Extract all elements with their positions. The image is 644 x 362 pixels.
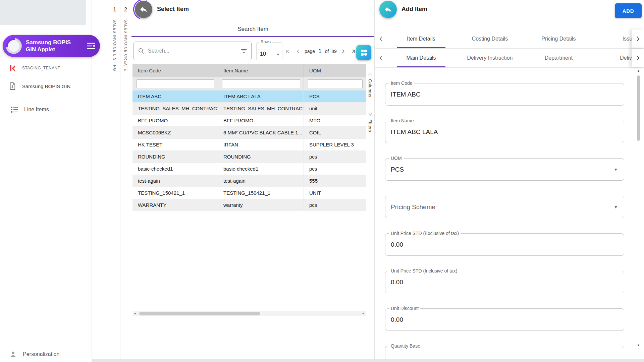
scroll-right-icon[interactable]: ► bbox=[362, 312, 365, 315]
tab-item-details[interactable]: Item Details bbox=[387, 29, 455, 48]
tabs-scroll-right-icon[interactable] bbox=[632, 49, 644, 67]
tenant-logo-icon bbox=[8, 64, 17, 72]
field-value: 0.00 bbox=[391, 316, 403, 323]
tab-main-details[interactable]: Main Details bbox=[387, 49, 455, 67]
field-unit-price-std-exclusive-of-tax-[interactable]: Unit Price STD (Exclusive of tax) 0.00 bbox=[385, 233, 624, 256]
table-row[interactable]: TESTING_150421_1 TESTING_150421_1 UNIT bbox=[132, 187, 366, 199]
add-item-form: Item Code ITEM ABC Item Name ITEM ABC LA… bbox=[385, 83, 624, 362]
table-row[interactable]: HK TESET IRFAN SUPPLER LEVEL 3 bbox=[132, 139, 366, 151]
invoice-document-icon: $ bbox=[8, 82, 17, 90]
add-button[interactable]: ADD bbox=[615, 3, 642, 18]
filter-input-item-name[interactable] bbox=[222, 79, 300, 88]
table-side-tools: Columns Filters bbox=[366, 64, 374, 312]
workflow-tab-number: 2 bbox=[120, 7, 131, 13]
horizontal-scrollbar[interactable]: ◄ ► bbox=[132, 311, 366, 316]
filter-input-uom[interactable] bbox=[308, 79, 363, 88]
workflow-tab-sales-invoice-listing[interactable]: 1 SALES INVOICE LISTING bbox=[109, 0, 120, 362]
sidebar-item-personalization[interactable]: Personalization bbox=[9, 350, 59, 359]
first-page-button[interactable] bbox=[283, 47, 292, 56]
scroll-up-icon[interactable]: ▲ bbox=[636, 69, 641, 72]
table-row[interactable]: basic-checked1 basic-checked1 pcs bbox=[132, 163, 366, 175]
sidebar-item-tenant[interactable]: STAGING_TENANT bbox=[8, 64, 60, 72]
panel-title: Select Item bbox=[157, 6, 189, 13]
workflow-tab-sales-invoice-create[interactable]: 2 SALES INVOICE CREATE bbox=[120, 0, 131, 362]
columns-tool[interactable]: Columns bbox=[366, 72, 374, 97]
tabs-scroll-left-icon[interactable] bbox=[375, 49, 387, 67]
cell-item-name: 6 MM² CU/PVC BLACK CABLE 1... bbox=[218, 127, 304, 138]
field-value: ITEM ABC LALA bbox=[391, 128, 438, 136]
cell-uom: pcs bbox=[304, 163, 366, 175]
tab-search-item[interactable]: Search Item bbox=[131, 22, 374, 37]
cell-uom: COIL bbox=[304, 127, 366, 138]
chevron-down-icon: ▼ bbox=[614, 167, 618, 172]
table-row[interactable]: BFF PROMO BFF PROMO MTO bbox=[132, 115, 366, 127]
scroll-left-icon[interactable]: ◄ bbox=[133, 312, 137, 315]
current-page: 1 bbox=[318, 48, 321, 55]
cell-item-code: MCSC006BKZ bbox=[132, 127, 218, 138]
grid-view-button[interactable] bbox=[356, 45, 371, 60]
search-input[interactable] bbox=[148, 48, 237, 54]
sidebar-item-label: Samsung BOPIS GIN bbox=[22, 83, 70, 89]
back-button[interactable] bbox=[379, 1, 397, 18]
field-label: UOM bbox=[389, 156, 404, 161]
applet-title: Samsung BOPIS GIN Applet bbox=[26, 39, 76, 53]
scroll-down-icon[interactable]: ▼ bbox=[636, 344, 641, 347]
applet-logo-icon bbox=[5, 37, 22, 55]
field-pricing-scheme[interactable]: Pricing Scheme ▼ bbox=[385, 196, 624, 218]
vertical-scrollbar[interactable]: ▲ ▼ bbox=[636, 69, 641, 348]
item-table: Item Code Item Name UOM ITEM ABC ITEM AB… bbox=[132, 64, 366, 211]
tab-delivery-instruction[interactable]: Delivery Instruction bbox=[455, 49, 524, 67]
screen: STAGING_TENANT $ Samsung BOPIS GIN Line … bbox=[0, 0, 644, 362]
column-header-item-name: Item Name bbox=[218, 64, 304, 77]
grid-icon bbox=[360, 49, 368, 57]
columns-label: Columns bbox=[368, 79, 373, 97]
cell-item-code: TESTING_150421_1 bbox=[132, 187, 218, 199]
tab-pricing-details[interactable]: Pricing Details bbox=[524, 29, 593, 48]
workflow-tabs: 1 SALES INVOICE LISTING 2 SALES INVOICE … bbox=[109, 0, 131, 362]
tab-delive[interactable]: Delive bbox=[593, 49, 632, 67]
horizontal-scrollbar-thumb[interactable] bbox=[139, 312, 260, 315]
bottom-scrollbar[interactable] bbox=[92, 359, 644, 362]
filter-input-item-code[interactable] bbox=[137, 79, 214, 88]
cell-item-name: TESTING_SALES_MH_CONTRACT bbox=[218, 103, 304, 114]
filters-tool[interactable]: Filters bbox=[366, 112, 374, 132]
table-row[interactable]: TESTING_SALES_MH_CONTRACT TESTING_SALES_… bbox=[132, 103, 366, 115]
pagination: page 1 of 89 bbox=[283, 42, 358, 60]
table-row[interactable]: test-again test-again 555 bbox=[132, 175, 366, 187]
table-row[interactable]: ROUNDING ROUNDING pcs bbox=[132, 151, 366, 163]
workflow-tab-label: SALES INVOICE LISTING bbox=[113, 19, 117, 71]
tab-issu[interactable]: Issu bbox=[593, 29, 632, 48]
filter-sort-icon[interactable] bbox=[240, 48, 247, 54]
table-row[interactable]: WARRANTY warranty pcs bbox=[132, 199, 366, 211]
field-unit-discount[interactable]: Unit Discount 0.00 bbox=[385, 308, 624, 331]
filters-label: Filters bbox=[368, 119, 373, 132]
field-unit-price-std-inclusive-of-tax-[interactable]: Unit Price STD (Inclusive of tax) 0.00 bbox=[385, 271, 624, 293]
tab-department[interactable]: Department bbox=[524, 49, 593, 67]
table-header: Item Code Item Name UOM bbox=[132, 64, 366, 77]
tabs-scroll-right-icon[interactable] bbox=[632, 29, 644, 48]
rows-per-page-select[interactable]: Rows 10 ▼ bbox=[256, 42, 282, 60]
cell-item-name: BFF PROMO bbox=[218, 115, 304, 126]
vertical-scrollbar-thumb[interactable] bbox=[637, 75, 640, 141]
item-search-box bbox=[133, 42, 252, 60]
cell-item-code: BFF PROMO bbox=[132, 115, 218, 126]
menu-collapse-icon[interactable] bbox=[87, 42, 95, 50]
section-tabs-row: Main DetailsDelivery InstructionDepartme… bbox=[375, 49, 644, 68]
sidebar-item-applet[interactable]: $ Samsung BOPIS GIN bbox=[8, 82, 70, 90]
field-item-name[interactable]: Item Name ITEM ABC LALA bbox=[385, 121, 624, 143]
field-item-code[interactable]: Item Code ITEM ABC bbox=[385, 83, 624, 106]
tabs-scroll-left-icon[interactable] bbox=[375, 29, 387, 48]
cell-uom: SUPPLER LEVEL 3 bbox=[304, 139, 366, 150]
back-button[interactable] bbox=[135, 1, 152, 18]
tab-costing-details[interactable]: Costing Details bbox=[455, 29, 524, 48]
field-uom[interactable]: UOM PCS ▼ bbox=[385, 158, 624, 181]
field-value: 0.00 bbox=[391, 241, 403, 248]
cell-item-name: test-again bbox=[218, 175, 304, 187]
sidebar-item-line-items[interactable]: Line Items bbox=[10, 105, 49, 114]
table-row[interactable]: ITEM ABC ITEM ABC LALA PCS bbox=[132, 90, 366, 103]
next-page-button[interactable] bbox=[339, 47, 348, 56]
detail-tabs-row: Item DetailsCosting DetailsPricing Detai… bbox=[375, 29, 644, 49]
cell-item-name: ROUNDING bbox=[218, 151, 304, 163]
table-row[interactable]: MCSC006BKZ 6 MM² CU/PVC BLACK CABLE 1...… bbox=[132, 127, 366, 139]
prev-page-button[interactable] bbox=[293, 47, 303, 56]
